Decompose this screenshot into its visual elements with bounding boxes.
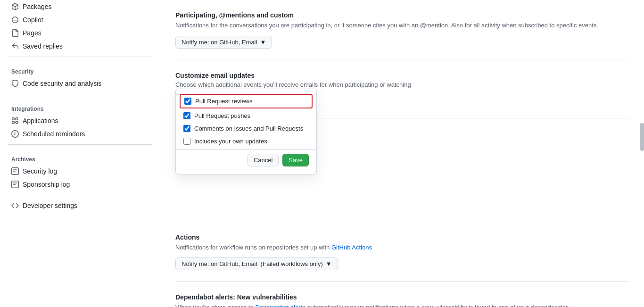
main-content: Participating, @mentions and custom Noti…: [160, 0, 644, 307]
actions-section: Actions Notifications for workflow runs …: [175, 222, 629, 282]
sidebar-item-scheduled-reminders[interactable]: Scheduled reminders: [8, 127, 152, 141]
comments-label: Comments on Issues and Pull Requests: [194, 125, 303, 132]
participating-dropdown[interactable]: Notify me: on GitHub, Email ▼: [175, 36, 272, 49]
actions-dropdown[interactable]: Notify me: on GitHub, Email. (Failed wor…: [175, 257, 338, 270]
comments-checkbox[interactable]: [183, 125, 190, 132]
popup-actions: Cancel Save: [176, 149, 316, 170]
log-icon: [11, 167, 19, 175]
popup-item-own-updates[interactable]: Includes your own updates: [176, 135, 316, 148]
code-icon: [11, 202, 19, 209]
sidebar-item-copilot[interactable]: Copilot: [8, 13, 152, 26]
participating-section: Participating, @mentions and custom Noti…: [175, 0, 629, 60]
sidebar-item-pages[interactable]: Pages: [8, 26, 152, 40]
log2-icon: [11, 181, 19, 188]
sidebar-item-label: Scheduled reminders: [23, 130, 85, 138]
copilot-icon: [11, 16, 19, 24]
own-updates-checkbox[interactable]: [183, 138, 190, 145]
popup-item-pr-reviews[interactable]: Pull Request reviews: [180, 94, 313, 108]
sidebar-item-security-log[interactable]: Security log: [8, 165, 152, 178]
customize-desc: Choose which additional events you'll re…: [175, 81, 629, 88]
chevron-down-icon: ▼: [260, 39, 266, 46]
actions-desc: Notifications for workflow runs on repos…: [175, 243, 629, 252]
pr-pushes-checkbox[interactable]: [183, 112, 190, 119]
dependabot-alerts-link[interactable]: Dependabot alerts: [255, 304, 305, 307]
sidebar-item-label: Applications: [23, 117, 58, 124]
save-button[interactable]: Save: [282, 154, 309, 166]
github-actions-link[interactable]: GitHub Actions: [331, 244, 372, 251]
reply-icon: [11, 42, 19, 50]
sidebar-item-label: Security log: [23, 167, 57, 175]
participating-dropdown-label: Notify me: on GitHub, Email: [182, 39, 257, 46]
grid-icon: [11, 117, 19, 124]
dependabot-section: Dependabot alerts: New vulnerabilities W…: [175, 282, 629, 307]
sidebar-item-label: Packages: [23, 3, 51, 10]
dependabot-desc: When you're given access to Dependabot a…: [175, 303, 629, 307]
sidebar-item-saved-replies[interactable]: Saved replies: [8, 40, 152, 53]
sidebar-item-label: Developer settings: [23, 202, 77, 209]
popup-overlay: Pull Request reviews Pull Request pushes…: [175, 89, 317, 174]
chevron-down-icon: ▼: [326, 260, 332, 267]
sidebar-item-code-security[interactable]: Code security and analysis: [8, 77, 152, 90]
section-label-security: Security: [8, 61, 152, 77]
scrollbar-thumb[interactable]: [640, 123, 644, 151]
pages-icon: [11, 29, 19, 37]
email-updates-popup: Pull Request reviews Pull Request pushes…: [175, 89, 317, 174]
participating-desc: Notifications for the conversations you …: [175, 21, 629, 30]
section-label-archives: Archives: [8, 149, 152, 165]
sidebar-item-label: Pages: [23, 29, 41, 37]
sidebar-item-packages[interactable]: Packages: [8, 0, 152, 13]
pr-pushes-label: Pull Request pushes: [194, 112, 250, 119]
actions-dropdown-label: Notify me: on GitHub, Email. (Failed wor…: [182, 260, 323, 267]
sidebar-item-developer-settings[interactable]: Developer settings: [8, 199, 152, 212]
popup-item-pr-pushes[interactable]: Pull Request pushes: [176, 109, 316, 122]
clock-icon: [11, 130, 19, 138]
cancel-button[interactable]: Cancel: [248, 154, 279, 166]
sidebar-item-label: Copilot: [23, 16, 43, 24]
sidebar-item-label: Saved replies: [23, 42, 63, 50]
sidebar-item-sponsorship-log[interactable]: Sponsorship log: [8, 178, 152, 191]
pr-reviews-checkbox[interactable]: [184, 98, 191, 105]
sidebar-item-label: Sponsorship log: [23, 181, 70, 188]
actions-title: Actions: [175, 233, 629, 241]
divider: [8, 144, 152, 145]
dependabot-title: Dependabot alerts: New vulnerabilities: [175, 293, 629, 301]
participating-title: Participating, @mentions and custom: [175, 11, 629, 19]
sidebar: Packages Copilot Pages Saved replies Sec…: [0, 0, 160, 307]
sidebar-item-applications[interactable]: Applications: [8, 114, 152, 127]
section-label-integrations: Integrations: [8, 98, 152, 114]
divider: [8, 195, 152, 195]
customize-title: Customize email updates: [175, 72, 629, 79]
customize-section: Customize email updates Choose which add…: [175, 60, 629, 118]
sidebar-item-label: Code security and analysis: [23, 80, 101, 87]
own-updates-label: Includes your own updates: [194, 138, 267, 145]
package-icon: [11, 3, 19, 10]
pr-reviews-label: Pull Request reviews: [195, 98, 252, 105]
divider: [8, 57, 152, 57]
popup-item-comments[interactable]: Comments on Issues and Pull Requests: [176, 122, 316, 135]
divider: [8, 94, 152, 94]
shield-icon: [11, 80, 19, 87]
